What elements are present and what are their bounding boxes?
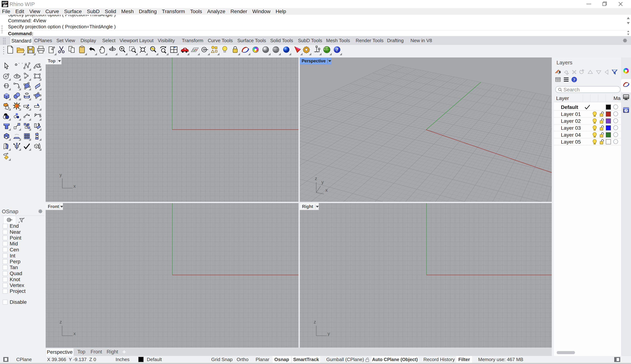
svg-text:?: ? xyxy=(625,109,627,112)
svg-text:WIP: WIP xyxy=(2,1,8,4)
svg-text:?: ? xyxy=(336,47,338,52)
svg-text:?: ? xyxy=(573,77,575,82)
